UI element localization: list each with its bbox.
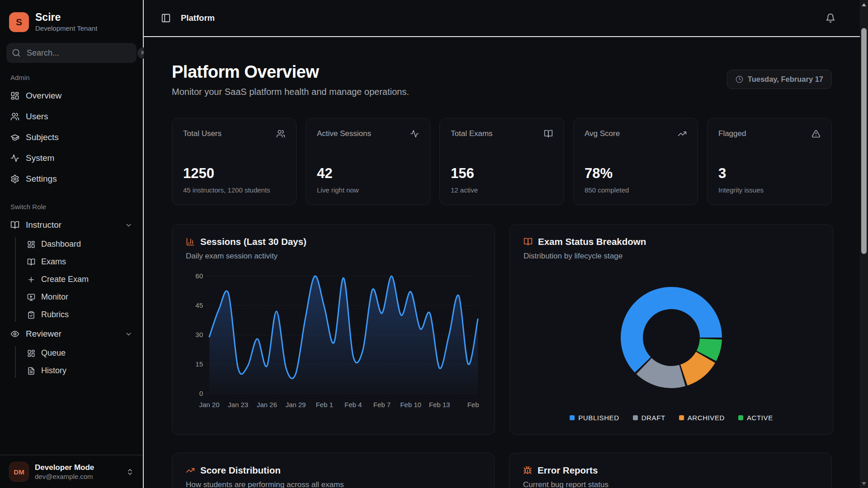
sidebar-subitem-monitor[interactable]: Monitor: [24, 288, 137, 306]
sidebar-item-system[interactable]: System: [6, 148, 137, 169]
chevron-down-icon[interactable]: [125, 221, 132, 229]
sidebar-item-reviewer[interactable]: Reviewer: [6, 324, 137, 344]
avatar: DM: [9, 462, 29, 482]
search-input[interactable]: [26, 48, 132, 58]
chevron-down-icon[interactable]: [125, 330, 132, 338]
svg-text:15: 15: [195, 360, 203, 368]
page-title: Platform Overview: [172, 62, 409, 82]
svg-text:Feb 17: Feb 17: [467, 401, 481, 408]
stat-value: 3: [718, 165, 821, 182]
stat-label: Active Sessions: [317, 129, 371, 138]
svg-text:Jan 29: Jan 29: [285, 401, 306, 408]
sidebar-subitem-history[interactable]: History: [24, 362, 137, 380]
stats-row: Total Users 1250 45 instructors, 1200 st…: [172, 118, 832, 205]
sidebar-item-settings[interactable]: Settings: [6, 169, 137, 189]
legend-swatch: [738, 415, 743, 420]
sessions-chart-subtitle: Daily exam session activity: [186, 252, 481, 261]
notifications-bell-icon[interactable]: [826, 13, 835, 23]
brand-logo: S: [9, 12, 29, 32]
exam-status-chart-title: Exam Status Breakdown: [538, 236, 646, 247]
stat-sub: 45 instructors, 1200 students: [183, 186, 285, 194]
sidebar-subitem-label: Monitor: [41, 292, 68, 302]
user-menu[interactable]: DM Developer Mode dev@example.com: [0, 455, 143, 488]
stat-value: 1250: [183, 165, 285, 182]
exam-status-donut-chart: [524, 261, 819, 414]
sessions-line-chart: 015304560Jan 20Jan 23Jan 26Jan 29Feb 1Fe…: [186, 261, 481, 422]
section-label-switch-role: Switch Role: [6, 203, 137, 211]
bar-chart-icon: [186, 237, 195, 246]
svg-text:0: 0: [199, 389, 203, 397]
stat-sub: 850 completed: [585, 186, 687, 194]
svg-text:Feb 10: Feb 10: [400, 401, 421, 408]
score-distribution-subtitle: How students are performing across all e…: [186, 480, 481, 488]
user-name: Developer Mode: [35, 463, 94, 472]
book-open-icon: [524, 237, 533, 246]
donut-legend: PUBLISHED DRAFT ARCHIVED ACTIVE: [524, 414, 819, 422]
scrollbar-thumb[interactable]: [861, 28, 867, 254]
svg-text:Jan 20: Jan 20: [199, 401, 219, 408]
main-area: Platform Platform Overview Monitor your …: [144, 0, 860, 488]
sub-list-reviewer: Queue History: [15, 344, 137, 380]
topbar: Platform: [144, 0, 860, 37]
clipboard-check-icon: [27, 311, 35, 319]
brand: S Scire Development Tenant: [0, 0, 143, 39]
book-open-icon: [544, 129, 553, 138]
settings-icon: [10, 174, 19, 183]
sidebar-subitem-queue[interactable]: Queue: [24, 344, 137, 362]
sidebar-item-subjects[interactable]: Subjects: [6, 127, 137, 148]
sidebar-item-label: Users: [26, 112, 48, 122]
sub-list-instructor: Dashboard Exams Create Exam Monitor Rubr…: [15, 235, 137, 324]
sidebar-subitem-exams[interactable]: Exams: [24, 253, 137, 271]
sidebar-item-label: Reviewer: [26, 329, 61, 339]
sidebar-item-instructor[interactable]: Instructor: [6, 215, 137, 235]
user-email: dev@example.com: [35, 473, 94, 480]
stat-value: 78%: [585, 165, 687, 182]
stat-card-active-sessions: Active Sessions 42 Live right now: [306, 118, 430, 205]
date-badge: Tuesday, February 17: [727, 70, 832, 89]
legend-label: ARCHIVED: [688, 414, 725, 422]
scrollbar[interactable]: [860, 0, 868, 488]
sidebar-item-label: Instructor: [26, 220, 61, 230]
sessions-chart-card: Sessions (Last 30 Days) Daily exam sessi…: [172, 224, 495, 435]
layout-dashboard-icon: [27, 240, 35, 249]
search-box[interactable]: K: [6, 43, 137, 63]
legend-item-active: ACTIVE: [738, 414, 773, 422]
sessions-area: [209, 276, 478, 394]
legend-label: ACTIVE: [747, 414, 773, 422]
stat-sub: Integrity issues: [718, 186, 821, 194]
date-text: Tuesday, February 17: [748, 75, 823, 84]
sidebar-item-users[interactable]: Users: [6, 106, 137, 127]
sidebar-subitem-create-exam[interactable]: Create Exam: [24, 271, 137, 288]
file-text-icon: [27, 367, 35, 375]
score-distribution-card: Score Distribution How students are perf…: [172, 453, 495, 488]
sidebar-toggle-icon[interactable]: [161, 13, 171, 23]
scrollbar-up-arrow[interactable]: [860, 0, 868, 9]
layout-dashboard-icon: [10, 91, 19, 100]
svg-text:Jan 26: Jan 26: [257, 401, 277, 408]
sidebar-subitem-rubrics[interactable]: Rubrics: [24, 306, 137, 324]
legend-item-draft: DRAFT: [633, 414, 665, 422]
stat-label: Total Users: [183, 129, 222, 138]
scrollbar-down-arrow[interactable]: [860, 479, 868, 488]
book-open-icon: [27, 258, 35, 266]
page-subtitle: Monitor your SaaS platform health and ma…: [172, 87, 409, 97]
trending-up-icon: [678, 129, 687, 138]
sidebar: S Scire Development Tenant K Admin Overv…: [0, 0, 144, 488]
chevrons-up-down-icon[interactable]: [126, 468, 134, 476]
sidebar-subitem-label: Queue: [41, 348, 66, 358]
app-window: S Scire Development Tenant K Admin Overv…: [0, 0, 868, 488]
exam-status-chart-card: Exam Status Breakdown Distribution by li…: [509, 224, 833, 435]
legend-label: DRAFT: [642, 414, 665, 422]
monitor-play-icon: [27, 293, 35, 301]
legend-swatch: [679, 415, 684, 420]
stat-sub: Live right now: [317, 186, 419, 194]
users-icon: [276, 129, 285, 138]
plus-icon: [27, 276, 35, 284]
sidebar-subitem-dashboard[interactable]: Dashboard: [24, 235, 137, 253]
stat-card-total-exams: Total Exams 156 12 active: [439, 118, 564, 205]
sidebar-subitem-label: Dashboard: [41, 239, 81, 249]
sidebar-item-overview[interactable]: Overview: [6, 85, 137, 106]
legend-swatch: [633, 415, 638, 420]
svg-text:Feb 7: Feb 7: [373, 401, 391, 408]
topbar-title: Platform: [181, 13, 215, 23]
